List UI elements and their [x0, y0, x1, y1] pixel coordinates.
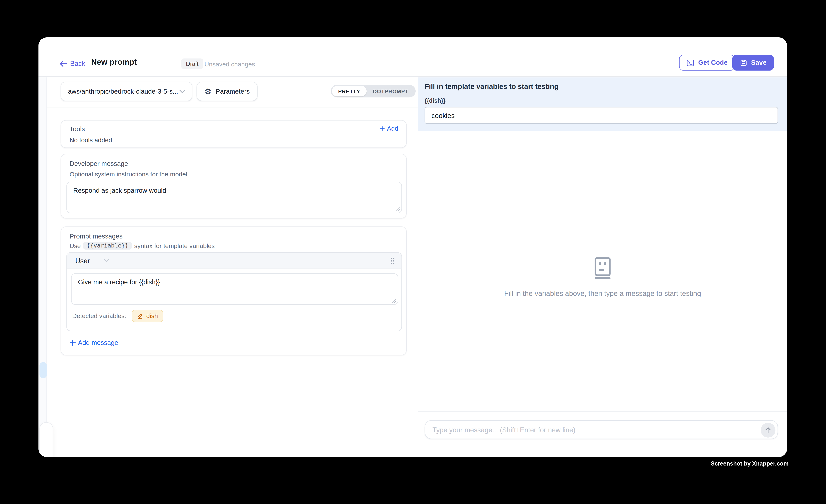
send-button[interactable] — [761, 423, 775, 438]
pencil-edit-icon — [137, 313, 143, 319]
chat-empty-state: Fill in the variables above, then type a… — [418, 257, 787, 298]
app-window: Back New prompt Draft Unsaved changes Ge… — [39, 37, 787, 457]
empty-state-text: Fill in the variables above, then type a… — [418, 290, 787, 298]
prompt-messages-card: Prompt messages Use {{variable}} syntax … — [61, 227, 407, 356]
terminal-code-icon — [687, 59, 695, 67]
dish-variable-input[interactable] — [425, 107, 778, 124]
template-variables-panel: Fill in template variables to start test… — [418, 77, 787, 131]
tools-title: Tools — [69, 125, 85, 133]
arrow-left-icon — [60, 60, 67, 67]
toggle-dotprompt[interactable]: DOTPROMPT — [367, 86, 415, 96]
screenshot-stage: Back New prompt Draft Unsaved changes Ge… — [0, 0, 826, 504]
add-tool-button[interactable]: Add — [379, 125, 398, 132]
message-header: User — [67, 253, 401, 269]
gear-icon: ⚙ — [204, 87, 212, 95]
sidebar-popover-card — [40, 422, 53, 457]
get-code-button[interactable]: Get Code — [679, 55, 735, 71]
save-floppy-icon — [740, 59, 747, 67]
chat-footer — [418, 411, 787, 457]
developer-message-card: Developer message Optional system instru… — [61, 154, 407, 218]
user-message-textarea[interactable]: Give me a recipe for {{dish}} — [71, 273, 398, 305]
tools-empty-text: No tools added — [69, 136, 112, 144]
model-selector-value: aws/anthropic/bedrock-claude-3-5-s... — [68, 87, 179, 95]
role-dropdown[interactable]: User — [73, 257, 110, 265]
page-title: New prompt — [91, 57, 137, 66]
tools-card: Tools Add No tools added — [61, 120, 407, 148]
role-value: User — [75, 257, 90, 265]
toggle-pretty[interactable]: PRETTY — [332, 86, 367, 96]
fill-variables-title: Fill in template variables to start test… — [425, 83, 559, 90]
add-message-button[interactable]: Add message — [69, 339, 118, 346]
collapsed-sidebar — [39, 77, 47, 457]
developer-message-subtitle: Optional system instructions for the mod… — [69, 171, 187, 178]
toolbar-divider — [47, 107, 418, 108]
developer-message-textarea[interactable]: Respond as jack sparrow would — [66, 182, 402, 213]
variable-badge-label: dish — [146, 312, 158, 320]
get-code-label: Get Code — [698, 59, 727, 66]
watermark-text: Screenshot by Xnapper.com — [711, 460, 789, 467]
prompt-messages-subtitle: Use {{variable}} syntax for template var… — [69, 242, 215, 250]
chat-message-input[interactable] — [432, 421, 749, 439]
plus-icon — [69, 339, 76, 346]
view-mode-toggle: PRETTY DOTPROMPT — [331, 85, 416, 98]
sidebar-selected-item[interactable] — [40, 362, 47, 378]
developer-message-title: Developer message — [69, 160, 128, 167]
parameters-label: Parameters — [216, 87, 250, 95]
back-label: Back — [70, 60, 85, 67]
drag-handle-icon[interactable] — [390, 257, 395, 265]
variable-syntax-chip: {{variable}} — [83, 242, 132, 250]
chat-input-container — [425, 420, 778, 439]
unsaved-changes-text: Unsaved changes — [204, 61, 255, 68]
robot-face-icon — [593, 257, 613, 279]
prompt-messages-title: Prompt messages — [69, 233, 123, 240]
variable-badge-dish[interactable]: dish — [132, 310, 163, 322]
back-button[interactable]: Back — [60, 60, 85, 67]
add-tool-label: Add — [387, 125, 398, 132]
resize-handle-icon[interactable] — [392, 299, 397, 303]
message-block: User Give me a recipe for {{dish}} Detec… — [66, 252, 402, 331]
plus-icon — [379, 126, 385, 131]
detected-variables-label: Detected variables: — [71, 312, 126, 320]
arrow-up-icon — [764, 427, 772, 434]
header: Back New prompt Draft Unsaved changes Ge… — [39, 37, 787, 77]
add-message-label: Add message — [78, 339, 118, 346]
dish-variable-label: {{dish}} — [425, 98, 446, 104]
resize-handle-icon[interactable] — [396, 207, 400, 212]
model-selector[interactable]: aws/anthropic/bedrock-claude-3-5-s... — [61, 82, 192, 101]
subtitle-prefix: Use — [69, 242, 81, 249]
chevron-down-icon — [179, 89, 185, 93]
subtitle-suffix: syntax for template variables — [134, 242, 215, 249]
save-label: Save — [751, 59, 766, 66]
parameters-button[interactable]: ⚙ Parameters — [196, 82, 258, 101]
status-badge: Draft — [181, 58, 203, 69]
save-button[interactable]: Save — [732, 55, 774, 71]
chevron-down-icon — [104, 259, 110, 263]
